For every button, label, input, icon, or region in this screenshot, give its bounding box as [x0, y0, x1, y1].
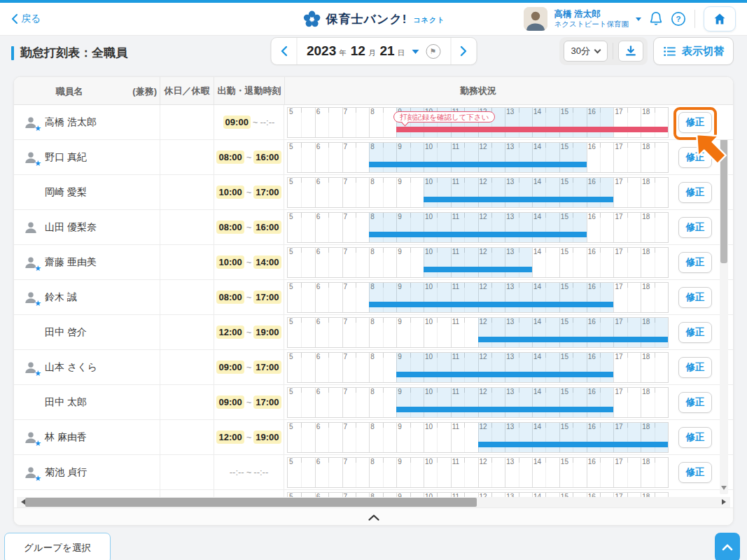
time-separator: ~ [246, 397, 252, 407]
edit-button-wrap: 修正 [678, 427, 712, 448]
hour-label: 11 [452, 458, 459, 466]
date-dropdown-caret-icon[interactable] [412, 50, 419, 57]
horizontal-scrollbar-thumb[interactable] [25, 498, 477, 507]
hour-label: 16 [588, 248, 596, 256]
table-row: ★齋藤 亜由美10:00~14:005678910111213141516171… [14, 245, 733, 280]
star-badge-icon: ★ [34, 439, 41, 448]
date-navigator: 2023 年 12 月 21 日 ⚑ [270, 37, 477, 65]
work-status-cell: 56789101112131415161718打刻記録を確認して下さい [284, 105, 671, 139]
hour-label: 6 [316, 423, 321, 431]
staff-name: 山本 さくら [45, 361, 97, 374]
view-toggle-button[interactable]: 表示切替 [653, 37, 734, 65]
user-avatar[interactable] [524, 7, 547, 31]
hour-label: 8 [370, 458, 375, 466]
person-star-icon: ★ [24, 255, 38, 270]
timeline-chart: 56789101112131415161718 [287, 457, 669, 488]
hour-label: 10 [425, 318, 433, 326]
star-badge-icon: ★ [34, 474, 41, 483]
work-status-cell: 56789101112131415161718 [284, 350, 671, 384]
table-row: ★林 麻由香12:00~19:0056789101112131415161718… [14, 420, 733, 455]
user-info[interactable]: 高橋 浩太郎 ネクストビート保育園 [554, 9, 629, 29]
prev-day-button[interactable] [271, 38, 297, 64]
scroll-down-arrow-icon[interactable] [721, 486, 727, 493]
toolbar: 勤怠打刻表：全職員 2023 年 12 月 21 日 ⚑ 30分 [0, 36, 747, 76]
hour-label: 17 [615, 353, 622, 361]
home-button[interactable] [704, 6, 736, 31]
next-day-button[interactable] [450, 38, 476, 64]
scroll-right-arrow-icon[interactable] [722, 499, 729, 505]
scheduled-shift-shade [396, 353, 613, 382]
scroll-to-top-button[interactable] [715, 533, 740, 560]
clock-time-cell: 09:00~17:00 [214, 385, 284, 419]
date-year-unit: 年 [339, 48, 347, 58]
horizontal-scrollbar[interactable] [17, 497, 730, 507]
view-toggle-label: 表示切替 [682, 45, 724, 58]
time-separator: ~ [246, 222, 252, 232]
staff-name-cell: 田中 啓介 [14, 315, 160, 349]
edit-button[interactable]: 修正 [678, 182, 712, 203]
edit-button[interactable]: 修正 [678, 252, 712, 273]
collapse-panel-button[interactable] [14, 507, 733, 526]
work-bar [424, 197, 614, 202]
edit-button[interactable]: 修正 [678, 322, 712, 343]
work-status-cell: 56789101112131415161718 [284, 420, 671, 454]
clock-in-time: 12:00 [216, 430, 244, 444]
person-star-icon: ★ [24, 290, 38, 304]
hour-label: 17 [615, 283, 622, 291]
clock-in-time: 08:00 [216, 150, 244, 164]
select-caret-icon [594, 46, 601, 53]
table-body: ★高橋 浩太郎09:00~--:--5678910111213141516171… [14, 105, 733, 497]
interval-select[interactable]: 30分 [564, 41, 608, 62]
clock-out-time: 17:00 [253, 396, 281, 409]
help-button[interactable]: ? [671, 11, 686, 27]
header-staff-name: 職員名 (兼務) [14, 77, 160, 104]
user-menu-caret-icon[interactable] [636, 18, 641, 24]
edit-button[interactable]: 修正 [678, 462, 712, 483]
group-select-button[interactable]: グループを選択 [4, 533, 111, 560]
clock-in-time: 08:00 [216, 220, 244, 234]
date-display[interactable]: 2023 年 12 月 21 日 ⚑ [297, 38, 450, 64]
timeline-chart: 56789101112131415161718打刻記録を確認して下さい [287, 107, 669, 138]
edit-button[interactable]: 修正 [678, 217, 712, 238]
work-bar [369, 232, 586, 237]
hour-label: 5 [289, 353, 293, 361]
time-separator: ~ [246, 362, 252, 372]
clock-out-time: 17:00 [253, 360, 281, 374]
title-accent-bar [11, 46, 14, 60]
edit-button[interactable]: 修正 [678, 287, 712, 308]
work-status-cell: 56789101112131415161718 [284, 140, 671, 174]
time-separator: ~ [246, 432, 252, 442]
clock-time-cell: --:--~--:-- [214, 455, 284, 489]
edit-button[interactable]: 修正 [678, 392, 712, 413]
clock-in-time: 12:00 [216, 326, 244, 339]
timeline-chart: 56789101112131415161718 [287, 282, 669, 313]
header-clock-times: 出勤・退勤時刻 [214, 77, 284, 104]
holiday-cell [160, 420, 214, 454]
clock-out-time: 16:00 [253, 220, 281, 234]
person-star-icon: ★ [24, 430, 38, 444]
back-button[interactable]: 戻る [11, 13, 41, 25]
notifications-button[interactable] [648, 11, 664, 27]
hour-label: 6 [316, 143, 321, 151]
table-row: 56789101112131415161718修正 [14, 490, 733, 497]
home-icon [713, 12, 727, 26]
flag-icon[interactable]: ⚑ [426, 44, 440, 59]
scroll-left-arrow-icon[interactable] [18, 499, 25, 505]
edit-button[interactable]: 修正 [678, 427, 712, 448]
page-title: 勤怠打刻表：全職員 [11, 45, 127, 61]
app-logo: ★ 保育士バンク! コネクト [302, 10, 445, 29]
hour-label: 5 [289, 423, 293, 431]
clock-time-cell [214, 490, 284, 497]
timeline-chart: 56789101112131415161718 [287, 177, 669, 208]
person-star-icon: ★ [24, 360, 38, 374]
scheduled-shift-shade [478, 423, 669, 452]
edit-button[interactable]: 修正 [678, 357, 712, 378]
hour-label: 6 [316, 388, 321, 396]
download-button[interactable] [618, 41, 643, 62]
table-row: 田中 太郎09:00~17:0056789101112131415161718修… [14, 385, 733, 420]
staff-name: 田中 啓介 [45, 326, 87, 339]
holiday-cell [160, 490, 214, 497]
hour-label: 5 [289, 283, 293, 291]
hour-label: 15 [561, 248, 568, 256]
edit-button-wrap: 修正 [678, 462, 712, 483]
